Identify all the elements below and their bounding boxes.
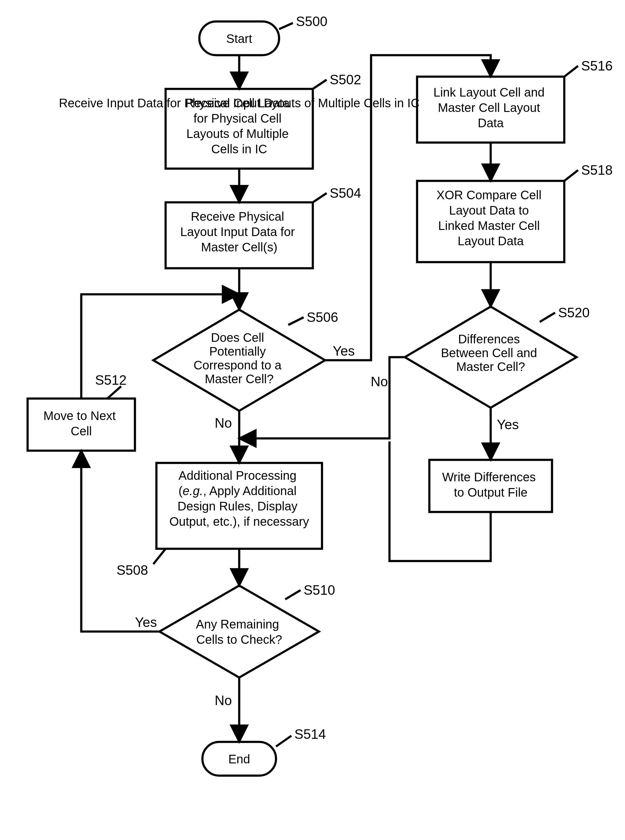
flowchart: Start S500 Receive Input Data for Physic… — [0, 0, 625, 840]
svg-line-20 — [107, 386, 121, 399]
svg-text:Link Layout Cell and
      Mas: Link Layout Cell and Master Cell Layout … — [433, 85, 548, 130]
end-text: End — [228, 752, 250, 766]
svg-text:Receive Physical
      Layout : Receive Physical Layout Input Data for M… — [180, 210, 299, 254]
svg-line-31 — [540, 313, 555, 322]
svg-line-5 — [313, 80, 326, 89]
svg-text:Differences
      Between Cell: Differences Between Cell and Master Cell… — [441, 332, 541, 373]
s510-yes-label: Yes — [135, 615, 157, 630]
s520-yes-label: Yes — [497, 417, 519, 432]
svg-text:XOR Compare Cell
      Layout : XOR Compare Cell Layout Data to Linked M… — [436, 188, 545, 248]
end-terminator: End S514 — [202, 727, 326, 776]
svg-line-17 — [285, 590, 300, 599]
s516-box: Link Layout Cell and Master Cell Layout … — [417, 58, 613, 143]
svg-text:Write Differences
      to Out: Write Differences to Output File — [442, 470, 539, 499]
svg-marker-15 — [160, 585, 319, 677]
s510-no-label: No — [215, 693, 232, 708]
svg-text:Additional Processing
      (e: Additional Processing (e.g., Apply Addit… — [169, 469, 309, 528]
s518-box: XOR Compare Cell Layout Data to Linked M… — [417, 163, 613, 262]
svg-line-11 — [288, 317, 303, 325]
s504-box: Receive Physical Layout Input Data for M… — [166, 185, 361, 268]
svg-line-28 — [564, 170, 578, 181]
s520-decision: Differences Between Cell and Master Cell… — [405, 305, 590, 408]
svg-line-14 — [153, 549, 166, 564]
start-label: S500 — [296, 14, 328, 29]
s508-label: S508 — [117, 562, 148, 578]
svg-text:Any Remaining
      Cells to C: Any Remaining Cells to Check? — [196, 618, 283, 646]
svg-text:Does Cell
      Potentially
  : Does Cell Potentially Correspond to a Ma… — [193, 331, 285, 386]
s502-label: S502 — [330, 72, 361, 87]
s504-label: S504 — [330, 185, 361, 200]
svg-line-1 — [279, 23, 293, 29]
s520-no-label: No — [371, 374, 388, 389]
s506-no-label: No — [215, 415, 232, 430]
svg-line-22 — [276, 736, 291, 747]
s516-label: S516 — [581, 58, 613, 73]
s508-box: Additional Processing (e.g., Apply Addit… — [117, 463, 322, 578]
s510-label: S510 — [303, 582, 335, 598]
svg-line-25 — [564, 66, 578, 77]
edge-s510-s512 — [81, 451, 160, 632]
s518-label: S518 — [581, 163, 613, 177]
svg-text:Receive Input Data
      for P: Receive Input Data for Physical Cell Lay… — [185, 96, 293, 156]
s512-label: S512 — [95, 373, 127, 388]
svg-text:Move to Next
      Cell: Move to Next Cell — [44, 409, 119, 438]
s522-box: Write Differences to Output File — [429, 460, 552, 512]
s520-label: S520 — [558, 305, 590, 320]
s506-decision: Does Cell Potentially Correspond to a Ma… — [153, 310, 338, 411]
end-label: S514 — [294, 727, 326, 742]
s506-yes-label: Yes — [333, 343, 355, 359]
start-terminator: Start S500 — [199, 14, 328, 55]
s510-decision: Any Remaining Cells to Check? S510 — [160, 582, 335, 677]
s506-label: S506 — [307, 310, 338, 325]
svg-line-8 — [313, 193, 326, 202]
start-text: Start — [226, 32, 252, 45]
